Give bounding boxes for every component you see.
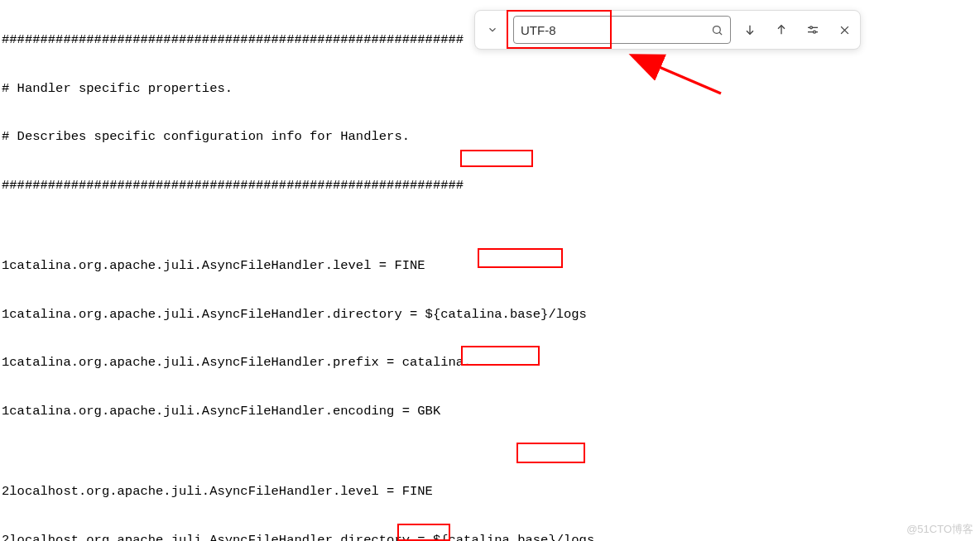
find-previous-button[interactable]: [766, 11, 797, 49]
code-line: ########################################…: [2, 178, 978, 194]
find-expand-button[interactable]: [475, 11, 510, 49]
code-line: # Describes specific configuration info …: [2, 129, 978, 146]
find-input-wrapper: [513, 16, 731, 44]
code-line: 1catalina.org.apache.juli.AsyncFileHandl…: [2, 404, 978, 420]
find-next-button[interactable]: [734, 11, 766, 49]
close-icon: [838, 24, 851, 36]
chevron-down-icon: [487, 24, 498, 36]
arrow-down-icon: [743, 23, 757, 36]
svg-point-6: [810, 26, 813, 29]
code-line: 2localhost.org.apache.juli.AsyncFileHand…: [2, 533, 978, 541]
code-line: # Handler specific properties.: [2, 81, 978, 98]
code-line: 2localhost.org.apache.juli.AsyncFileHand…: [2, 484, 978, 500]
code-line: 1catalina.org.apache.juli.AsyncFileHandl…: [2, 307, 978, 323]
find-bar: [474, 10, 861, 50]
code-line: 1catalina.org.apache.juli.AsyncFileHandl…: [2, 258, 978, 275]
find-input[interactable]: [521, 23, 711, 37]
svg-point-0: [713, 26, 721, 33]
find-close-button[interactable]: [829, 11, 860, 49]
arrow-up-icon: [775, 23, 788, 36]
code-line: 1catalina.org.apache.juli.AsyncFileHandl…: [2, 355, 978, 371]
editor-content: ########################################…: [0, 0, 980, 541]
find-options-button[interactable]: [797, 11, 829, 49]
svg-line-1: [719, 32, 722, 35]
sliders-icon: [806, 23, 819, 36]
search-icon[interactable]: [711, 24, 723, 36]
svg-point-7: [814, 31, 816, 33]
